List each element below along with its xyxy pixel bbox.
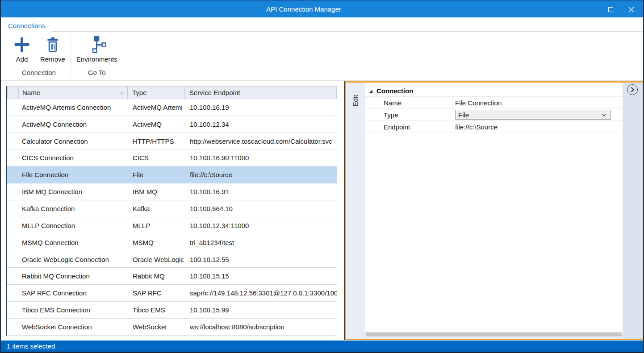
cell-name: WebSocket Connection — [19, 323, 128, 331]
indicator-column-header[interactable] — [8, 87, 19, 99]
table-row[interactable]: IBM MQ Connection IBM MQ 10.100.16.91 — [7, 183, 337, 200]
close-button[interactable] — [621, 1, 641, 17]
horizontal-scrollbar[interactable] — [365, 332, 623, 339]
cell-name: SAP RFC Connection — [19, 289, 128, 297]
table-row[interactable]: MSMQ Connection MSMQ tri_ab1234\test — [7, 234, 337, 251]
cell-name: MLLP Connection — [19, 222, 128, 229]
edit-side-tab[interactable]: Edit — [346, 83, 365, 339]
property-row-endpoint: Endpoint file://c:\Source — [365, 121, 623, 133]
table-row[interactable]: WebSocket Connection WebSocket ws://loca… — [7, 319, 337, 336]
field-label-name: Name — [365, 97, 452, 108]
tab-connections[interactable]: Connections — [8, 22, 45, 29]
column-header-endpoint[interactable]: Service Endpoint — [185, 87, 336, 99]
table-header: Name ▲ Type Service Endpoint — [7, 86, 337, 99]
cell-type: Tibco EMS — [128, 306, 185, 314]
maximize-icon — [608, 7, 613, 12]
cell-endpoint: 10.100.15.15 — [185, 272, 337, 280]
cell-name: Calculator Connection — [19, 137, 128, 145]
table-row[interactable]: ActiveMQ Artemis Connection ActiveMQ Art… — [7, 99, 337, 116]
environments-button[interactable]: Environments — [72, 33, 122, 63]
table-row[interactable]: Calculator Connection HTTP/HTTPS http://… — [7, 133, 337, 150]
plus-icon — [13, 35, 31, 54]
table-row[interactable]: Kafka Connection Kafka 10.100.664.10 — [7, 200, 337, 217]
chevron-down-icon — [602, 113, 606, 117]
cell-type: Oracle WebLogic — [128, 256, 185, 263]
minimize-button[interactable] — [580, 1, 600, 17]
chevron-right-icon — [630, 87, 635, 93]
remove-button[interactable]: Remove — [36, 33, 70, 63]
main-area: Name ▲ Type Service Endpoint ActiveMQ Ar… — [1, 81, 643, 341]
field-label-type: Type — [365, 109, 452, 120]
cell-type: ActiveMQ — [128, 120, 185, 128]
cell-name: Tibco EMS Connection — [19, 306, 128, 314]
cell-name: IBM MQ Connection — [19, 188, 128, 195]
type-dropdown[interactable]: File — [455, 110, 611, 120]
cell-name: File Connection — [19, 171, 128, 179]
ribbon-group-goto: Environments Go To — [71, 33, 123, 77]
table-row[interactable]: MLLP Connection MLLP 10.100.12.34:11000 — [7, 217, 337, 234]
cell-endpoint: 10.100.16.90:11000 — [185, 154, 337, 162]
cell-endpoint: http://webservice.toscacloud.com/Calcula… — [185, 137, 337, 145]
cell-endpoint: 10.100.15.99 — [185, 306, 337, 314]
selection-status-text: 1 items selected — [7, 342, 55, 350]
cell-type: MSMQ — [128, 239, 185, 246]
name-field[interactable]: File Connection — [452, 97, 623, 108]
edit-panel: Edit ◢ Connection Name File Connection T… — [344, 81, 644, 340]
cell-endpoint: saprfc://149.148.12.56:3301@127.0.0.1:33… — [185, 289, 337, 297]
cell-name: Rabbit MQ Connection — [19, 272, 128, 280]
cell-name: CICS Connection — [19, 154, 128, 162]
window-controls — [580, 1, 641, 17]
add-button-label: Add — [16, 55, 28, 63]
cell-type: Kafka — [128, 205, 185, 212]
ribbon-group-label-goto: Go To — [72, 69, 122, 77]
table-row[interactable]: Oracle WebLogic Connection Oracle WebLog… — [7, 251, 337, 268]
title-bar: API Connection Manager — [1, 0, 643, 17]
edit-side-tab-label: Edit — [351, 95, 359, 106]
window-title: API Connection Manager — [1, 1, 606, 17]
property-group-header[interactable]: ◢ Connection — [365, 85, 623, 97]
minimize-icon — [588, 11, 593, 11]
cell-endpoint: file://c:\Source — [185, 171, 337, 179]
property-grid: ◢ Connection Name File Connection Type F… — [365, 83, 623, 339]
environments-icon — [88, 35, 106, 54]
column-header-type[interactable]: Type — [128, 87, 185, 99]
scrollbar-thumb[interactable] — [366, 332, 622, 336]
remove-button-label: Remove — [40, 55, 65, 63]
table-row[interactable]: CICS Connection CICS 10.100.16.90:11000 — [7, 150, 337, 167]
ribbon-group-connection: Add Remove Connection — [7, 33, 71, 77]
panel-right-strip — [623, 83, 643, 339]
table-row[interactable]: Tibco EMS Connection Tibco EMS 10.100.15… — [7, 302, 337, 319]
maximize-button[interactable] — [600, 1, 621, 17]
cell-name: ActiveMQ Artemis Connection — [19, 104, 128, 111]
property-row-name: Name File Connection — [365, 97, 623, 109]
sort-ascending-icon: ▲ — [120, 91, 124, 95]
cell-type: CICS — [128, 154, 185, 162]
field-label-endpoint: Endpoint — [365, 121, 452, 133]
table-row[interactable]: SAP RFC Connection SAP RFC saprfc://149.… — [7, 285, 337, 302]
trash-icon — [43, 35, 62, 54]
expander-icon: ◢ — [369, 89, 372, 93]
tab-underline — [51, 31, 643, 32]
status-bar: 1 items selected — [1, 341, 643, 352]
table-row[interactable]: Rabbit MQ Connection Rabbit MQ 10.100.15… — [7, 268, 337, 285]
table-row-selected[interactable]: File Connection File file://c:\Source — [7, 166, 337, 183]
ribbon-tab-row: Connections — [1, 17, 643, 32]
close-icon — [628, 6, 635, 13]
cell-name: Kafka Connection — [19, 205, 128, 212]
cell-type: WebSocket — [128, 323, 185, 331]
property-grid-empty-space — [365, 133, 623, 332]
cell-type: MLLP — [128, 222, 185, 229]
collapse-panel-button[interactable] — [627, 84, 638, 95]
column-header-name[interactable]: Name ▲ — [19, 87, 128, 99]
ribbon: Add Remove Connection — [1, 32, 643, 81]
endpoint-field[interactable]: file://c:\Source — [452, 121, 623, 133]
cell-name: ActiveMQ Connection — [19, 120, 128, 128]
cell-type: HTTP/HTTPS — [128, 137, 185, 145]
cell-type: Rabbit MQ — [128, 272, 185, 280]
cell-name: MSMQ Connection — [19, 239, 128, 246]
table-row[interactable]: ActiveMQ Connection ActiveMQ 10.100.12.3… — [7, 116, 337, 133]
ribbon-group-label-connection: Connection — [8, 69, 70, 77]
property-row-type: Type File — [365, 109, 623, 121]
add-button[interactable]: Add — [8, 33, 36, 63]
app-window: API Connection Manager Connections — [0, 0, 644, 353]
